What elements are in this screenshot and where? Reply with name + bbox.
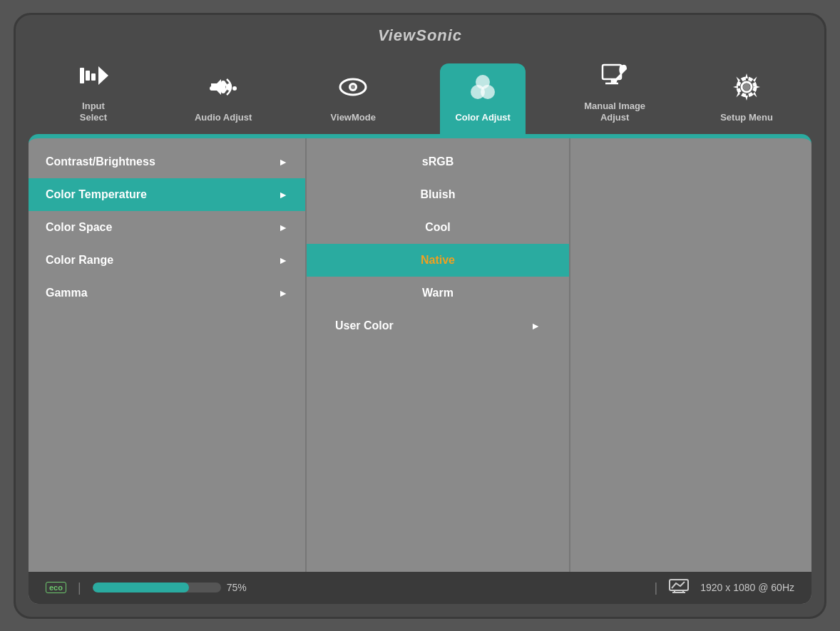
eco-badge: eco xyxy=(46,582,66,593)
svg-rect-8 xyxy=(232,86,237,91)
menu-item-label-color-space: Color Space xyxy=(46,221,112,234)
resolution-text: 1920 x 1080 @ 60Hz xyxy=(700,582,794,593)
menu-item-contrast-brightness[interactable]: Contrast/Brightness ► xyxy=(29,145,305,178)
nav-item-input-select[interactable]: InputSelect xyxy=(51,52,136,135)
nav-label-setup-menu: Setup Menu xyxy=(720,112,773,124)
sub-item-label-bluish: Bluish xyxy=(421,188,456,201)
gear-icon xyxy=(732,72,762,106)
svg-point-12 xyxy=(351,85,355,89)
chevron-right-icon: ► xyxy=(278,222,288,233)
progress-label: 75% xyxy=(227,582,247,593)
sub-item-label-srgb: sRGB xyxy=(422,155,454,168)
nav-item-setup-menu[interactable]: Setup Menu xyxy=(704,63,789,134)
menu-item-color-temperature[interactable]: Color Temperature ► xyxy=(29,178,305,211)
left-menu: Contrast/Brightness ► Color Temperature … xyxy=(29,138,307,571)
sub-item-cool[interactable]: Cool xyxy=(307,211,569,244)
audio-icon xyxy=(208,72,238,106)
main-content: Contrast/Brightness ► Color Temperature … xyxy=(29,134,811,603)
sub-item-label-warm: Warm xyxy=(422,287,454,299)
svg-marker-3 xyxy=(98,66,108,85)
nav-label-input-select: InputSelect xyxy=(80,101,107,125)
brand-header: ViewSonic xyxy=(29,22,811,52)
nav-label-manual-image-adjust: Manual ImageAdjust xyxy=(584,101,645,125)
menu-item-color-space[interactable]: Color Space ► xyxy=(29,211,305,244)
nav-label-color-adjust: Color Adjust xyxy=(455,112,511,124)
chevron-right-icon: ► xyxy=(278,255,288,266)
progress-fill xyxy=(93,583,189,592)
svg-rect-2 xyxy=(91,73,96,81)
svg-point-15 xyxy=(481,85,495,99)
sub-item-label-user-color: User Color xyxy=(335,319,394,332)
nav-label-viewmode: ViewMode xyxy=(331,112,376,124)
nav-item-viewmode[interactable]: ViewMode xyxy=(310,63,396,134)
sub-item-user-color[interactable]: User Color ► xyxy=(307,309,569,342)
nav-item-manual-image-adjust[interactable]: Manual ImageAdjust xyxy=(570,52,660,135)
chevron-right-icon: ► xyxy=(278,189,288,200)
sub-item-label-cool: Cool xyxy=(425,221,451,234)
svg-point-20 xyxy=(613,79,617,83)
menu-item-label-color-range: Color Range xyxy=(46,254,113,267)
sub-item-label-native: Native xyxy=(421,254,455,267)
color-icon xyxy=(468,72,498,106)
progress-bar-container: 75% xyxy=(93,582,247,593)
chevron-right-user-color-icon: ► xyxy=(531,320,541,332)
menu-item-label-contrast-brightness: Contrast/Brightness xyxy=(46,155,155,168)
menu-item-label-color-temperature: Color Temperature xyxy=(46,188,147,201)
svg-point-23 xyxy=(743,83,750,91)
sub-item-srgb[interactable]: sRGB xyxy=(307,145,569,178)
sub-item-bluish[interactable]: Bluish xyxy=(307,178,569,211)
sub-item-warm[interactable]: Warm xyxy=(307,277,569,309)
eye-icon xyxy=(338,72,368,106)
chevron-right-icon: ► xyxy=(278,287,288,299)
sub-item-native[interactable]: Native xyxy=(307,244,569,277)
manual-icon xyxy=(600,61,630,95)
top-nav: InputSelect Audio Adjust xyxy=(29,52,811,135)
monitor-shell: ViewSonic InputSelect xyxy=(14,13,826,619)
right-panel xyxy=(570,138,811,571)
svg-rect-1 xyxy=(86,71,90,81)
divider-1: | xyxy=(78,580,81,595)
nav-label-audio-adjust: Audio Adjust xyxy=(195,112,252,124)
svg-marker-9 xyxy=(211,79,221,95)
menu-item-label-gamma: Gamma xyxy=(46,287,88,299)
nav-item-audio-adjust[interactable]: Audio Adjust xyxy=(180,63,266,134)
divider-2: | xyxy=(655,580,658,595)
menu-area: Contrast/Brightness ► Color Temperature … xyxy=(29,138,811,571)
resolution-icon xyxy=(669,579,689,597)
middle-menu: sRGB Bluish Cool Native Warm User Color … xyxy=(307,138,570,571)
chevron-right-icon: ► xyxy=(278,156,288,168)
menu-item-color-range[interactable]: Color Range ► xyxy=(29,244,305,277)
status-bar: eco | 75% | 1920 x 1080 @ 60Hz xyxy=(29,572,811,604)
nav-item-color-adjust[interactable]: Color Adjust xyxy=(440,63,526,134)
svg-rect-0 xyxy=(80,68,84,83)
progress-track xyxy=(93,583,221,592)
menu-item-gamma[interactable]: Gamma ► xyxy=(29,277,305,309)
input-icon xyxy=(78,61,108,95)
